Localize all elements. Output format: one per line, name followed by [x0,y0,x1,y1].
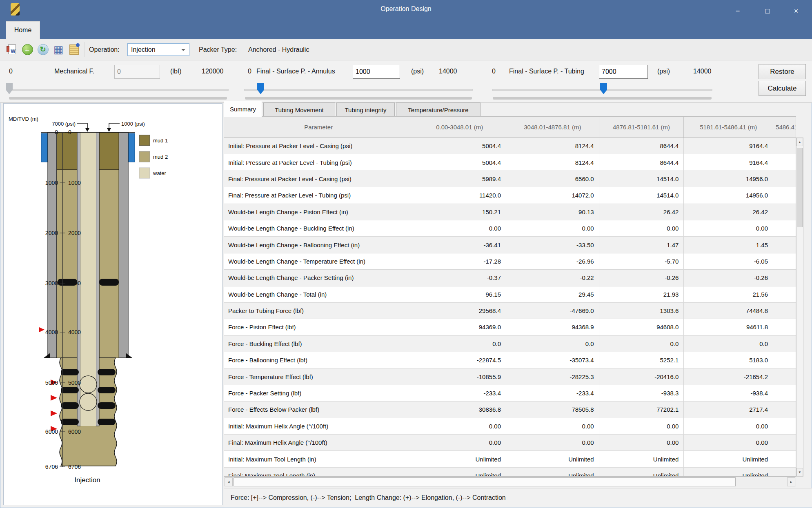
value-cell: 8124.4 [506,138,599,154]
value-cell: 0.00 [599,435,684,450]
operation-dropdown[interactable]: Injection [127,43,189,56]
annulus-pressure-arrow [109,123,120,128]
vertical-scroll-thumb[interactable] [797,148,803,227]
tab-tubing-movement[interactable]: Tubing Movement [263,102,335,117]
param-cell: Force - Temperature Effect (lbf) [224,368,413,384]
tubing-pressure-slider-channel [493,97,712,100]
value-cell: 0.00 [684,418,773,434]
value-cell [773,187,796,203]
column-header[interactable]: 0.00-3048.01 (m) [413,117,506,138]
calculator-grid-icon: ▦ [53,44,64,55]
vertical-scrollbar[interactable]: ▲ ▼ [796,138,803,477]
sea-left [41,133,48,162]
value-cell [773,138,796,154]
value-cell: 1.45 [684,237,773,253]
table-row: Would-be Length Change - Ballooning Effe… [224,237,796,253]
tab-temperature-pressure[interactable]: Temperature/Pressure [396,102,481,117]
restore-button[interactable]: Restore [759,64,806,79]
svg-text:3000: 3000 [68,280,81,286]
column-header[interactable]: 5181.61-5486.41 (m) [684,117,773,138]
mechanical-force-max: 120000 [202,68,223,75]
tubing-pressure-input[interactable] [599,65,648,79]
scroll-down-icon[interactable]: ▼ [796,468,803,476]
column-header[interactable]: 5486.41-5 [773,117,796,138]
column-header[interactable]: 3048.01-4876.81 (m) [506,117,599,138]
mechanical-force-min: 0 [9,68,13,75]
table-row: Force - Ballooning Effect (lbf)-22874.5-… [224,352,796,368]
value-cell: 96.15 [413,286,506,302]
tubing-pressure-max: 14000 [693,68,712,75]
value-cell: -35073.4 [506,352,599,368]
horizontal-scrollbar[interactable]: ◄ ► [224,477,796,487]
notes-button[interactable] [67,41,81,58]
value-cell: -233.4 [506,385,599,401]
annulus-pressure-slider-track[interactable] [244,89,473,91]
column-header[interactable]: 4876.81-5181.61 (m) [599,117,684,138]
table-row: Final: Maximum Helix Angle (°/100ft)0.00… [224,435,796,451]
value-cell: Unlimited [599,451,684,467]
value-cell: 14514.0 [599,187,684,203]
value-cell: 14956.0 [684,171,773,187]
tab-summary[interactable]: Summary [224,101,262,117]
operation-label: Operation: [89,39,120,60]
svg-text:6706: 6706 [68,464,81,470]
value-cell: -20416.0 [599,368,684,384]
param-cell: Would-be Length Change - Ballooning Effe… [224,237,413,253]
refresh-button[interactable]: ↻ [36,41,50,58]
value-cell: 29568.4 [413,303,506,319]
param-cell: Would-be Length Change - Piston Effect (… [224,204,413,220]
param-cell: Initial: Maximum Tool Length (in) [224,451,413,467]
svg-text:mud 1: mud 1 [153,138,168,144]
table-row: Force - Effects Below Packer (lbf)30836.… [224,402,796,418]
maximize-button[interactable]: □ [759,5,776,17]
value-cell: 2717.4 [684,402,773,417]
annulus-pressure-unit: (psi) [411,68,424,75]
fluid-legend: mud 1 mud 2 water [139,135,168,178]
tab-tubing-integrity[interactable]: Tubing integrity [336,102,395,117]
value-cell: 150.21 [413,204,506,220]
value-cell: 26.42 [599,204,684,220]
mechanical-force-slider-track[interactable] [8,89,229,91]
legend-swatch-water [139,168,150,178]
value-cell [773,204,796,220]
value-cell [773,402,796,417]
value-cell: -17.28 [413,253,506,269]
svg-text:6000: 6000 [68,428,81,435]
value-cell: -233.4 [413,385,506,401]
pin-icon [76,43,80,47]
calculator-button[interactable]: ▦ [51,41,65,58]
mechanical-force-input[interactable] [114,65,160,79]
arrow-down-icon [107,128,111,132]
calculate-button[interactable]: Calculate [759,81,806,96]
value-cell: Unlimited [506,451,599,467]
value-cell: -26.96 [506,253,599,269]
param-cell: Final: Pressure at Packer Level - Tubing… [224,187,413,203]
tab-home[interactable]: Home [6,21,40,39]
annulus-pressure-slider-channel [245,97,472,100]
column-header[interactable]: Parameter [224,117,413,138]
close-button[interactable]: × [787,5,805,17]
svg-text:0: 0 [68,129,71,135]
scroll-left-icon[interactable]: ◄ [225,477,233,486]
param-cell: Force - Ballooning Effect (lbf) [224,352,413,368]
value-cell: 14514.0 [599,171,684,187]
param-cell: Final: Pressure at Packer Level - Casing… [224,171,413,187]
horizontal-scroll-thumb[interactable] [234,477,736,486]
param-cell: Force - Buckling Effect (lbf) [224,336,413,352]
value-cell: -28225.3 [506,368,599,384]
title-bar: Operation Design − □ × [0,0,812,39]
value-cell: 0.00 [684,435,773,450]
seal-ball [80,393,97,410]
value-cell: 26.42 [684,204,773,220]
export-report-button[interactable]: W [5,41,19,58]
scroll-right-icon[interactable]: ► [787,477,795,486]
svg-text:4000: 4000 [45,329,58,335]
annulus-pressure-annotation: 1000 (psi) [121,121,145,127]
scroll-up-icon[interactable]: ▲ [796,138,803,146]
annulus-mud1-right [99,132,119,170]
back-button[interactable]: ← [20,41,34,58]
value-cell: 94368.9 [506,319,599,335]
annulus-pressure-input[interactable] [353,65,400,79]
value-cell: -938.3 [599,385,684,401]
minimize-button[interactable]: − [729,5,747,17]
